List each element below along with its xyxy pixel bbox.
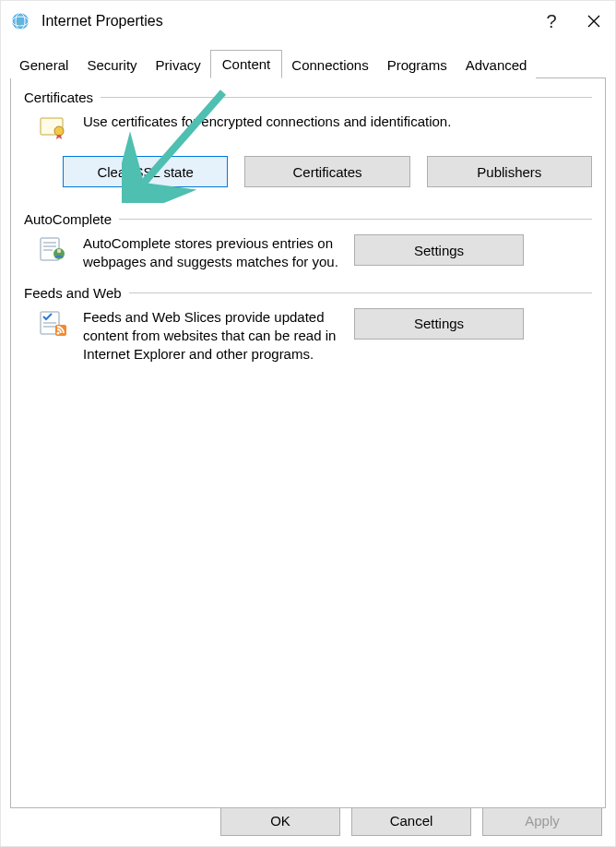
- internet-properties-window: Internet Properties ? General Security P…: [0, 0, 616, 847]
- autocomplete-desc: AutoComplete stores previous entries on …: [83, 234, 341, 272]
- internet-options-icon: [10, 11, 30, 31]
- svg-rect-14: [55, 325, 66, 336]
- autocomplete-group: AutoComplete: [24, 211, 592, 272]
- window-title: Internet Properties: [41, 13, 530, 30]
- clear-ssl-state-button[interactable]: Clear SSL state: [63, 156, 228, 187]
- certificates-group: Certificates Use certificates for encryp…: [24, 89, 592, 187]
- divider: [129, 292, 592, 293]
- svg-point-0: [12, 13, 29, 30]
- content-tab-panel: Certificates Use certificates for encryp…: [10, 78, 606, 808]
- svg-point-4: [54, 126, 64, 136]
- ok-button[interactable]: OK: [220, 805, 340, 836]
- apply-button[interactable]: Apply: [482, 805, 602, 836]
- client-area: General Security Privacy Content Connect…: [1, 42, 615, 794]
- tab-security[interactable]: Security: [77, 52, 146, 78]
- certificates-desc: Use certificates for encrypted connectio…: [83, 113, 592, 131]
- feeds-icon: [39, 308, 70, 340]
- close-button[interactable]: [573, 1, 615, 42]
- feeds-header: Feeds and Web: [24, 285, 592, 301]
- tab-content[interactable]: Content: [210, 50, 283, 78]
- titlebar: Internet Properties ?: [1, 1, 615, 42]
- certificates-button[interactable]: Certificates: [244, 156, 409, 187]
- tab-connections[interactable]: Connections: [282, 52, 377, 78]
- autocomplete-icon: [39, 234, 70, 267]
- tabstrip: General Security Privacy Content Connect…: [10, 49, 606, 78]
- divider: [119, 219, 592, 220]
- cancel-button[interactable]: Cancel: [351, 805, 471, 836]
- tab-advanced[interactable]: Advanced: [456, 52, 537, 78]
- feeds-group: Feeds and Web: [24, 285, 592, 364]
- feeds-settings-button[interactable]: Settings: [354, 308, 524, 340]
- autocomplete-title: AutoComplete: [24, 211, 119, 227]
- certificates-button-row: Clear SSL state Certificates Publishers: [63, 156, 592, 187]
- autocomplete-settings-button[interactable]: Settings: [354, 234, 524, 266]
- certificates-header: Certificates: [24, 89, 592, 105]
- tab-general[interactable]: General: [10, 52, 77, 78]
- divider: [101, 97, 592, 98]
- publishers-button[interactable]: Publishers: [427, 156, 592, 187]
- feeds-title: Feeds and Web: [24, 285, 129, 301]
- feeds-desc: Feeds and Web Slices provide updated con…: [83, 308, 341, 364]
- svg-point-15: [57, 331, 60, 334]
- certificate-icon: [39, 113, 70, 145]
- certificates-title: Certificates: [24, 89, 101, 105]
- help-button[interactable]: ?: [530, 1, 573, 42]
- tab-privacy[interactable]: Privacy: [147, 52, 210, 78]
- tab-programs[interactable]: Programs: [378, 52, 456, 78]
- svg-point-10: [57, 249, 61, 253]
- autocomplete-header: AutoComplete: [24, 211, 592, 227]
